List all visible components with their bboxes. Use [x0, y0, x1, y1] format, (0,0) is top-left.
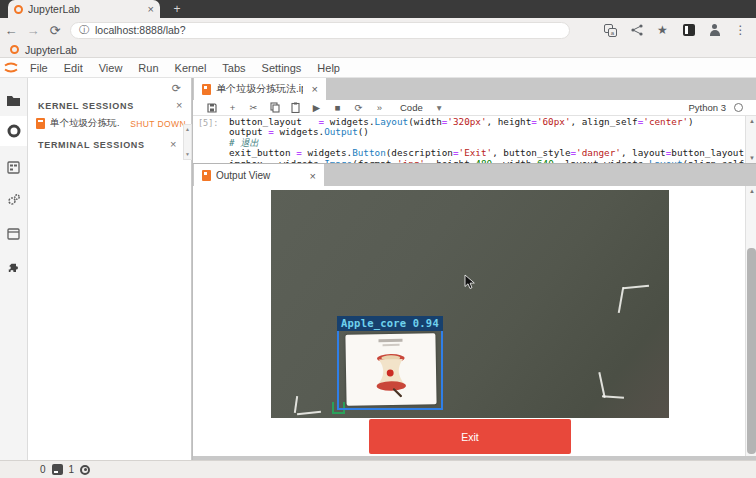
terminal-sessions-header: TERMINAL SESSIONS: [38, 140, 145, 150]
bookmarks-bar: JupyterLab: [0, 42, 756, 58]
output-view-tab[interactable]: Output View ×: [194, 164, 324, 187]
profile-icon[interactable]: [707, 23, 722, 38]
cut-cells-icon[interactable]: ✂: [243, 102, 264, 113]
chevron-down-icon: ▾: [437, 102, 442, 113]
notebook-tab-close-icon[interactable]: ×: [312, 83, 318, 95]
reading-list-icon[interactable]: [681, 23, 696, 38]
jupyter-favicon-icon: [14, 5, 23, 14]
scroll-down-icon[interactable]: ▼: [746, 153, 756, 163]
output-view-content: Apple_core 0.94: [193, 186, 745, 456]
scroll-down-icon[interactable]: ▼: [184, 150, 191, 159]
browser-tab-strip: JupyterLab × +: [0, 0, 756, 18]
copy-cells-icon[interactable]: [264, 102, 285, 114]
card-text-line: [382, 344, 399, 346]
tab-close-icon[interactable]: ×: [148, 3, 154, 15]
browser-menu-icon[interactable]: ⋮: [733, 23, 748, 38]
browser-tab-title: JupyterLab: [28, 3, 143, 15]
detection-label: Apple_core 0.94: [337, 316, 443, 331]
bookmark-star-icon[interactable]: ★: [655, 23, 670, 38]
cell-prompt: [5]:: [198, 118, 218, 128]
refresh-sessions-icon[interactable]: ⟳: [172, 82, 181, 95]
bookmark-favicon-icon: [10, 45, 19, 54]
run-all-icon[interactable]: »: [369, 102, 390, 113]
exit-button[interactable]: Exit: [369, 419, 571, 454]
menu-item-kernel[interactable]: Kernel: [167, 62, 215, 74]
menu-item-file[interactable]: File: [22, 62, 56, 74]
scrollbar-thumb[interactable]: [747, 248, 756, 454]
mouse-cursor: [464, 274, 476, 294]
notebook-file-icon: [202, 84, 211, 95]
notebook-toolbar: + ✂ ▶ ■ ⟳ » Code▾ Python 3: [193, 100, 756, 116]
stop-kernel-icon[interactable]: ■: [327, 102, 348, 113]
browser-tab[interactable]: JupyterLab ×: [8, 0, 160, 18]
output-view-close-icon[interactable]: ×: [310, 170, 316, 182]
menu-item-tabs[interactable]: Tabs: [214, 62, 253, 74]
code-cell[interactable]: [5]: button_layout = widgets.Layout(widt…: [193, 116, 745, 163]
code-editor[interactable]: button_layout = widgets.Layout(width='32…: [229, 117, 745, 163]
open-tabs-icon[interactable]: [0, 219, 27, 249]
notebook-icon: [36, 118, 45, 129]
shutdown-button[interactable]: SHUT DOWN: [130, 119, 186, 129]
bookmark-item[interactable]: JupyterLab: [25, 44, 77, 56]
jupyter-logo-icon: [0, 61, 22, 74]
reload-icon[interactable]: ⟳: [44, 23, 66, 38]
jupyterlab-menubar: FileEditViewRunKernelTabsSettingsHelp: [0, 58, 756, 78]
property-inspector-icon[interactable]: [0, 185, 27, 215]
terminal-count[interactable]: 0: [40, 464, 46, 475]
output-scrollbar[interactable]: ▲: [745, 186, 756, 456]
output-view-tab-title: Output View: [216, 170, 301, 181]
sidebar-scrollbar[interactable]: ▲ ▼: [183, 124, 192, 160]
site-info-icon[interactable]: ⓘ: [79, 23, 89, 37]
code-scrollbar[interactable]: ▲ ▼: [745, 116, 756, 163]
output-view-tabbar: Output View ×: [193, 163, 756, 186]
terminal-sessions-close-icon[interactable]: ×: [170, 138, 176, 150]
scroll-up-icon[interactable]: ▲: [746, 186, 756, 196]
translate-icon[interactable]: a: [603, 23, 618, 38]
apple-core-illustration: [365, 348, 418, 399]
kernel-status-icon: [734, 103, 743, 112]
notebook-tab-title: 单个垃圾分拣玩法.ipynb: [216, 82, 303, 96]
output-view-icon: [202, 170, 211, 181]
notebook-tab[interactable]: 单个垃圾分拣玩法.ipynb ×: [194, 78, 326, 100]
forward-icon[interactable]: →: [22, 23, 44, 38]
menu-item-run[interactable]: Run: [130, 62, 166, 74]
menu-item-settings[interactable]: Settings: [254, 62, 310, 74]
corner-marker: [602, 395, 624, 399]
add-cell-icon[interactable]: +: [222, 102, 243, 113]
cell-type-dropdown[interactable]: Code▾: [400, 102, 442, 113]
scroll-up-icon[interactable]: ▲: [746, 116, 756, 126]
activity-bar: [0, 78, 28, 460]
code-line: output = widgets.Output(): [229, 127, 745, 137]
camera-image: Apple_core 0.94: [271, 190, 669, 418]
command-palette-icon[interactable]: [0, 152, 27, 182]
corner-marker: [623, 285, 649, 289]
menu-item-help[interactable]: Help: [309, 62, 348, 74]
kernel-sessions-close-icon[interactable]: ×: [176, 99, 182, 111]
terminal-icon: [52, 464, 63, 475]
extension-manager-icon[interactable]: [0, 253, 27, 283]
new-tab-button[interactable]: +: [170, 2, 184, 16]
kernel-session-row[interactable]: 单个垃圾分拣玩… SHUT DOWN: [36, 116, 186, 131]
url-bar[interactable]: ⓘ localhost:8888/lab?: [70, 22, 570, 39]
corner-marker: [618, 287, 624, 313]
run-cell-icon[interactable]: ▶: [306, 102, 327, 113]
kernel-count[interactable]: 1: [69, 464, 75, 475]
menu-item-view[interactable]: View: [91, 62, 131, 74]
kernel-name[interactable]: Python 3: [689, 102, 727, 113]
back-icon[interactable]: ←: [0, 23, 22, 38]
file-browser-icon[interactable]: [0, 86, 27, 116]
share-icon[interactable]: [629, 23, 644, 38]
kernel-session-label: 单个垃圾分拣玩…: [50, 117, 120, 130]
url-text: localhost:8888/lab?: [95, 24, 186, 36]
trash-card: [345, 333, 436, 406]
dock-panel: 单个垃圾分拣玩法.ipynb × + ✂ ▶ ■ ⟳ » Code▾ Pytho…: [192, 78, 756, 460]
sessions-sidebar: ⟳ KERNEL SESSIONS × 单个垃圾分拣玩… SHUT DOWN T…: [28, 78, 192, 460]
restart-kernel-icon[interactable]: ⟳: [348, 102, 369, 113]
kernel-sessions-header: KERNEL SESSIONS: [38, 101, 134, 111]
paste-cells-icon[interactable]: [285, 102, 306, 114]
status-bar: 0 1: [0, 460, 756, 478]
running-sessions-icon[interactable]: [0, 116, 27, 146]
save-icon[interactable]: [201, 102, 222, 113]
scroll-up-icon[interactable]: ▲: [184, 125, 191, 134]
menu-item-edit[interactable]: Edit: [56, 62, 91, 74]
